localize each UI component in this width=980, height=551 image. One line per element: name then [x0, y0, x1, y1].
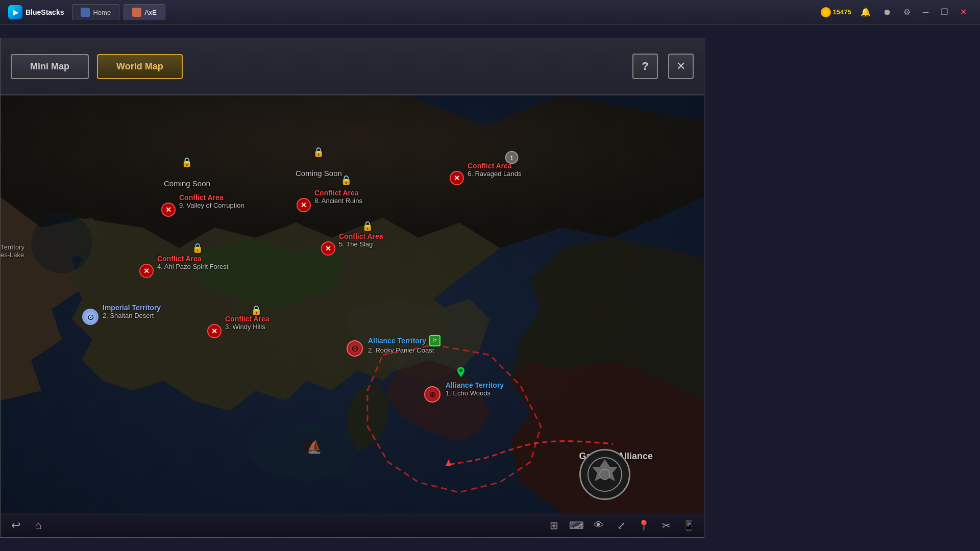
- view-icon[interactable]: 👁: [592, 518, 606, 533]
- minimize-button[interactable]: ─: [920, 7, 932, 18]
- help-button[interactable]: ?: [632, 54, 658, 79]
- keyboard-icon[interactable]: ⌨: [569, 518, 583, 533]
- map-header: Mini Map World Map ? ✕: [1, 38, 704, 95]
- home-button[interactable]: ⌂: [31, 518, 45, 533]
- home-tab-label: Home: [93, 9, 111, 16]
- notification-icon[interactable]: 🔔: [857, 6, 874, 18]
- close-x-icon: ✕: [676, 60, 685, 73]
- header-right: ? ✕: [632, 54, 694, 79]
- toolbar-right: ⊞ ⌨ 👁 ⤢ 📍 ✂ 📱: [547, 518, 696, 533]
- settings-icon[interactable]: ⚙: [900, 6, 914, 18]
- app-logo: ▶ BlueStacks: [4, 5, 68, 19]
- svg-point-7: [301, 440, 322, 453]
- map-area[interactable]: 1 🔒 Coming Soon 🔒 Coming Soon: [1, 95, 704, 513]
- map-background: 1 🔒 Coming Soon 🔒 Coming Soon: [1, 95, 704, 513]
- world-map-button[interactable]: World Map: [97, 54, 183, 79]
- mobile-icon[interactable]: 📱: [681, 518, 696, 533]
- axe-tab-icon: [132, 8, 141, 17]
- record-icon[interactable]: ⏺: [880, 7, 894, 18]
- grid-icon[interactable]: ⊞: [547, 518, 561, 533]
- game-window: Mini Map World Map ? ✕: [0, 38, 704, 538]
- mini-map-button[interactable]: Mini Map: [11, 54, 89, 79]
- toolbar-left: ↩ ⌂: [9, 518, 45, 533]
- bluestacks-icon: ▶: [8, 5, 22, 19]
- axe-tab-label: AxE: [144, 9, 157, 16]
- close-button[interactable]: ✕: [957, 6, 970, 18]
- coin-amount: 15475: [833, 8, 851, 16]
- bottom-toolbar: ↩ ⌂ ⊞ ⌨ 👁 ⤢ 📍 ✂ 📱: [1, 513, 704, 537]
- main-content: Mini Map World Map ? ✕: [0, 24, 980, 551]
- help-icon: ?: [642, 60, 648, 73]
- title-bar: ▶ BlueStacks Home AxE ● 15475 🔔 ⏺ ⚙ ─ ❐ …: [0, 0, 980, 24]
- tab-axe[interactable]: AxE: [124, 4, 165, 20]
- home-tab-icon: [81, 8, 90, 17]
- restore-button[interactable]: ❐: [938, 6, 951, 18]
- resize-icon[interactable]: ⤢: [614, 518, 628, 533]
- map-close-button[interactable]: ✕: [668, 54, 694, 79]
- location-icon[interactable]: 📍: [636, 518, 651, 533]
- back-button[interactable]: ↩: [9, 518, 23, 533]
- tab-home[interactable]: Home: [72, 4, 119, 20]
- scissors-icon[interactable]: ✂: [659, 518, 673, 533]
- title-bar-controls: ● 15475 🔔 ⏺ ⚙ ─ ❐ ✕: [821, 6, 976, 18]
- app-name: BlueStacks: [26, 8, 64, 16]
- map-terrain-svg: 1: [1, 95, 704, 513]
- coin-display: ● 15475: [821, 7, 851, 17]
- coin-icon: ●: [821, 7, 831, 17]
- svg-point-8: [31, 212, 92, 273]
- svg-text:1: 1: [510, 155, 513, 162]
